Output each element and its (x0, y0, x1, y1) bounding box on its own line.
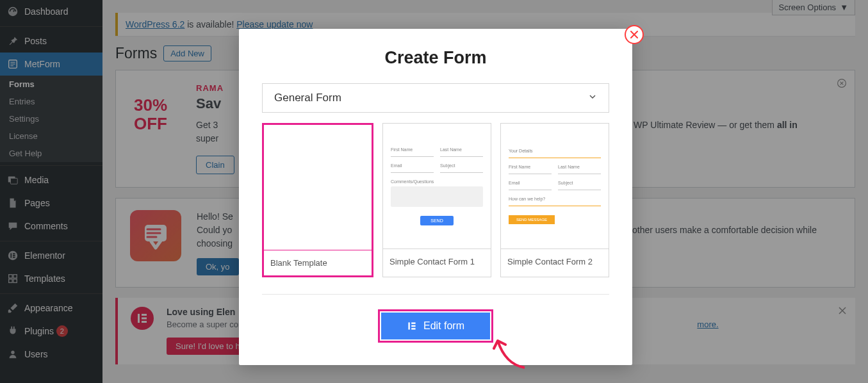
close-icon (630, 30, 639, 39)
edit-form-button[interactable]: Edit form (381, 313, 490, 339)
template-label: Simple Contact Form 2 (501, 249, 609, 274)
template-card-contact2[interactable]: Your Details First NameLast Name EmailSu… (500, 123, 609, 277)
form-type-select[interactable]: General Form (262, 83, 609, 113)
template-list: Blank Template First NameLast Name Email… (262, 123, 609, 295)
template-card-blank[interactable]: Blank Template (262, 123, 373, 277)
svg-rect-19 (408, 322, 409, 329)
template-preview (264, 125, 372, 250)
select-value: General Form (274, 92, 341, 104)
create-form-modal: Create Form General Form Blank Template … (239, 29, 632, 365)
svg-rect-20 (411, 322, 415, 323)
modal-close-button[interactable] (625, 25, 644, 44)
chevron-down-icon (588, 92, 597, 104)
modal-title: Create Form (262, 48, 609, 68)
svg-rect-22 (411, 328, 415, 329)
template-label: Blank Template (264, 250, 372, 275)
edit-form-label: Edit form (423, 320, 464, 332)
template-preview: First NameLast Name EmailSubject Comment… (383, 124, 491, 249)
elementor-icon (407, 321, 417, 331)
template-preview: Your Details First NameLast Name EmailSu… (501, 124, 609, 249)
template-card-contact1[interactable]: First NameLast Name EmailSubject Comment… (382, 123, 491, 277)
svg-rect-21 (411, 325, 415, 327)
template-label: Simple Contact Form 1 (383, 249, 491, 274)
